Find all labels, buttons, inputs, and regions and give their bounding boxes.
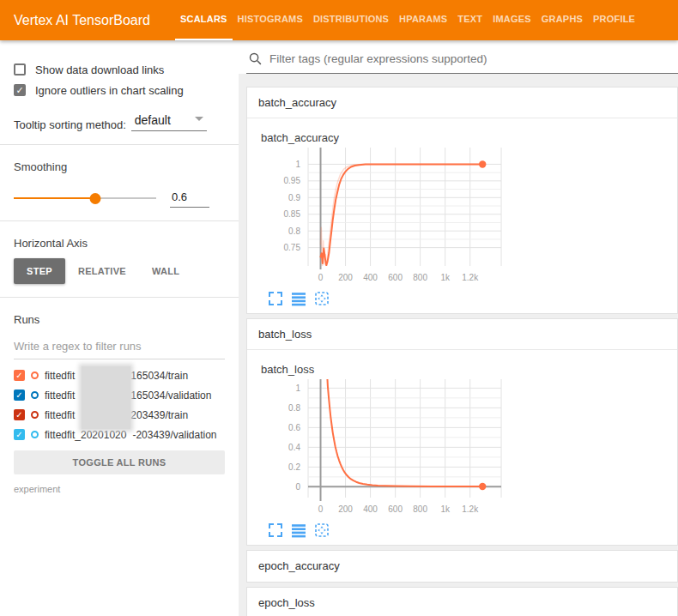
- tag-section-header-epoch-loss[interactable]: epoch_loss: [247, 588, 677, 616]
- run-checkbox[interactable]: ✓: [14, 390, 25, 401]
- fit-domain-icon[interactable]: [314, 522, 330, 538]
- chart-block: batch_accuracy02004006008001k1.2k0.750.8…: [247, 118, 677, 313]
- stacked-lines-icon[interactable]: [291, 522, 306, 538]
- svg-text:0.6: 0.6: [288, 423, 300, 432]
- fullscreen-expand-icon[interactable]: [268, 522, 283, 538]
- tag-card-batch-loss: batch_lossbatch_loss02004006008001k1.2k0…: [246, 318, 678, 546]
- horizontal-axis-label: Horizontal Axis: [14, 237, 225, 250]
- run-isolator-circle[interactable]: [31, 391, 39, 399]
- runs-label: Runs: [14, 313, 225, 326]
- tag-sections: batch_accuracybatch_accuracy020040060080…: [239, 74, 678, 616]
- svg-text:0: 0: [295, 482, 300, 492]
- search-icon: [248, 51, 263, 66]
- smoothing-slider-thumb[interactable]: [89, 193, 100, 204]
- smoothing-slider-fill: [14, 197, 95, 199]
- runs-list: ✓fittedfit-165034/train✓fittedfit-165034…: [14, 365, 225, 444]
- tab-profile[interactable]: PROFILE: [588, 0, 640, 40]
- tab-scalars[interactable]: SCALARS: [175, 0, 233, 40]
- tab-histograms[interactable]: HISTOGRAMS: [233, 0, 308, 40]
- run-label-suffix: -203439/train: [127, 409, 188, 421]
- runs-regex-input[interactable]: [14, 336, 225, 359]
- ignore-outliers-label: Ignore outliers in chart scaling: [35, 84, 184, 97]
- redaction-overlay: [82, 366, 130, 429]
- tag-card-epoch-loss: epoch_loss: [246, 587, 678, 616]
- svg-text:0.4: 0.4: [288, 443, 300, 452]
- settings-sidebar: Show data download links ✓ Ignore outlie…: [0, 40, 239, 616]
- svg-text:0.2: 0.2: [288, 462, 300, 472]
- svg-text:800: 800: [413, 504, 427, 514]
- tab-text[interactable]: TEXT: [452, 0, 487, 40]
- chart-block: batch_loss02004006008001k1.2k00.20.40.60…: [247, 350, 677, 545]
- run-isolator-circle[interactable]: [31, 371, 39, 379]
- ignore-outliers-checkbox[interactable]: ✓: [14, 84, 26, 96]
- experiment-label: experiment: [14, 484, 225, 494]
- chart-title: batch_loss: [261, 363, 677, 376]
- show-download-links-label: Show data download links: [35, 63, 164, 76]
- run-checkbox[interactable]: ✓: [14, 409, 25, 420]
- run-label-suffix: -165034/validation: [127, 390, 211, 402]
- tag-section-header-batch-accuracy[interactable]: batch_accuracy: [247, 88, 677, 118]
- axis-btn-wall[interactable]: WALL: [139, 258, 192, 284]
- svg-text:0: 0: [318, 273, 324, 282]
- tag-card-batch-accuracy: batch_accuracybatch_accuracy020040060080…: [246, 87, 678, 314]
- svg-text:0.8: 0.8: [288, 226, 300, 236]
- header-tabs: SCALARSHISTOGRAMSDISTRIBUTIONSHPARAMSTEX…: [175, 0, 640, 40]
- tab-graphs[interactable]: GRAPHS: [536, 0, 588, 40]
- svg-text:400: 400: [363, 273, 378, 282]
- tag-filter-input[interactable]: [269, 52, 676, 65]
- smoothing-value-field[interactable]: 0.6: [170, 189, 209, 208]
- show-download-links-checkbox[interactable]: [14, 63, 26, 75]
- smoothing-label: Smoothing: [14, 160, 225, 173]
- horizontal-axis-buttons: STEPRELATIVEWALL: [14, 258, 225, 284]
- smoothing-slider[interactable]: [14, 197, 156, 199]
- svg-text:600: 600: [388, 273, 403, 282]
- tooltip-sorting-select[interactable]: default: [131, 112, 207, 131]
- divider: [0, 297, 239, 298]
- scalar-chart-batch-loss[interactable]: 02004006008001k1.2k00.20.40.60.81: [261, 376, 518, 516]
- svg-text:0: 0: [318, 504, 324, 514]
- axis-btn-step[interactable]: STEP: [14, 258, 65, 284]
- tag-section-header-epoch-accuracy[interactable]: epoch_accuracy: [247, 551, 677, 582]
- divider: [0, 144, 239, 145]
- tag-card-epoch-accuracy: epoch_accuracy: [246, 550, 678, 583]
- svg-text:1k: 1k: [440, 504, 451, 514]
- fit-domain-icon[interactable]: [314, 291, 330, 306]
- axis-btn-relative[interactable]: RELATIVE: [65, 258, 139, 284]
- svg-text:800: 800: [413, 273, 427, 282]
- show-download-links-row[interactable]: Show data download links: [14, 61, 225, 78]
- scalar-chart-batch-accuracy[interactable]: 02004006008001k1.2k0.750.80.850.90.951: [261, 144, 518, 285]
- svg-text:0.75: 0.75: [284, 243, 301, 252]
- svg-text:1k: 1k: [440, 273, 451, 282]
- svg-text:200: 200: [338, 504, 353, 514]
- tag-filter-row: [239, 40, 678, 74]
- svg-text:600: 600: [388, 504, 403, 514]
- toggle-all-runs-button[interactable]: TOGGLE ALL RUNS: [14, 450, 225, 474]
- run-label-prefix: fittedfit: [45, 409, 75, 421]
- app-header: Vertex AI TensorBoard SCALARSHISTOGRAMSD…: [0, 0, 678, 40]
- svg-text:1: 1: [295, 160, 300, 169]
- svg-text:0.85: 0.85: [284, 209, 301, 219]
- tab-distributions[interactable]: DISTRIBUTIONS: [308, 0, 394, 40]
- ignore-outliers-row[interactable]: ✓ Ignore outliers in chart scaling: [14, 82, 225, 99]
- svg-text:200: 200: [338, 273, 353, 282]
- run-isolator-circle[interactable]: [31, 431, 39, 438]
- run-label-suffix: -165034/train: [127, 370, 188, 382]
- tooltip-sorting-value: default: [135, 113, 171, 127]
- stacked-lines-icon[interactable]: [291, 291, 306, 306]
- tag-section-header-batch-loss[interactable]: batch_loss: [247, 319, 677, 350]
- tab-hparams[interactable]: HPARAMS: [394, 0, 452, 40]
- divider: [0, 220, 239, 221]
- fullscreen-expand-icon[interactable]: [268, 291, 283, 306]
- run-label-suffix: -203439/validation: [132, 429, 216, 441]
- chart-title: batch_accuracy: [261, 131, 677, 144]
- run-label-prefix: fittedfit_20201020: [45, 429, 126, 441]
- tab-images[interactable]: IMAGES: [487, 0, 536, 40]
- run-checkbox[interactable]: ✓: [14, 370, 25, 381]
- tooltip-sorting-label: Tooltip sorting method:: [14, 118, 126, 131]
- run-isolator-circle[interactable]: [31, 411, 39, 419]
- app-title: Vertex AI TensorBoard: [0, 0, 175, 40]
- chart-footer-icons: [261, 291, 677, 306]
- run-checkbox[interactable]: ✓: [14, 429, 25, 440]
- caret-down-icon: [195, 117, 203, 121]
- svg-text:1.2k: 1.2k: [462, 504, 479, 514]
